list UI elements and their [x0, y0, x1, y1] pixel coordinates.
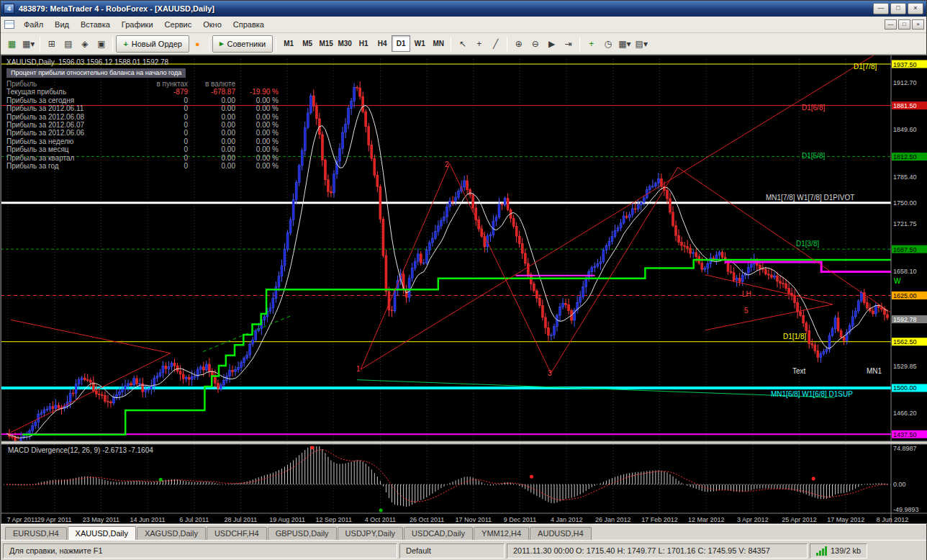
auto-scroll-button[interactable]: ▶: [543, 35, 560, 52]
app-icon: 4: [4, 4, 14, 14]
tab-usdcad-daily[interactable]: USDCAD,Daily: [404, 527, 473, 540]
chart-annotation: 3: [548, 369, 552, 377]
svg-text:1500.00: 1500.00: [893, 384, 917, 392]
tab-gbpusd-daily[interactable]: GBPUSD,Daily: [268, 527, 337, 540]
autotrading-status-icon: ●: [195, 40, 200, 48]
menu-help[interactable]: Справка: [227, 18, 270, 31]
chart-area: D1[7/8]D1[6/8]D1[5/8]MN1[7/8] W1[7/8] D1…: [1, 55, 927, 524]
close-button[interactable]: ×: [908, 3, 923, 14]
templates-button[interactable]: ▦▾: [616, 35, 633, 52]
svg-text:4 Jan 2012: 4 Jan 2012: [551, 516, 583, 523]
timeframe-m15-button[interactable]: M15: [317, 35, 335, 52]
chart-annotation: W: [894, 277, 901, 285]
tab-audusd-h4[interactable]: AUDUSD,H4: [530, 527, 592, 540]
toolbar-separator: [507, 37, 507, 51]
add-indicator-button[interactable]: +: [583, 35, 600, 52]
indicator-windows-button[interactable]: ▤▾: [633, 35, 650, 52]
svg-text:-49.9893: -49.9893: [893, 506, 919, 513]
timeframe-h4-button[interactable]: H4: [373, 35, 392, 52]
svg-text:1785.40: 1785.40: [893, 173, 917, 181]
zoom-in-button[interactable]: ⊕: [510, 35, 527, 52]
new-order-label: Новый Ордер: [132, 40, 182, 48]
new-chart-button[interactable]: ▦: [4, 35, 20, 52]
chart-tabs: EURUSD,H4XAUUSD,DailyXAGUSD,DailyUSDCHF,…: [1, 524, 926, 540]
connection-bars-icon: [816, 546, 827, 556]
toolbar-separator: [40, 37, 40, 51]
autotrading-status-button[interactable]: ●: [189, 35, 206, 52]
menu-charts[interactable]: Графики: [116, 18, 159, 31]
svg-text:1687.50: 1687.50: [893, 246, 917, 253]
svg-text:3 Apr 2012: 3 Apr 2012: [737, 516, 769, 523]
svg-text:26 Oct 2011: 26 Oct 2011: [410, 516, 444, 523]
market-watch-button[interactable]: ⊞: [43, 35, 60, 52]
svg-text:17 Nov 2011: 17 Nov 2011: [456, 516, 492, 523]
chart-shift-button[interactable]: ⇥: [560, 35, 576, 52]
line-studies-button[interactable]: ╱: [487, 35, 504, 52]
toolbar-separator: [276, 37, 276, 51]
svg-text:1592.78: 1592.78: [893, 316, 917, 323]
tab-usdchf-h4[interactable]: USDCHF,H4: [207, 527, 267, 540]
svg-text:25 Apr 2012: 25 Apr 2012: [782, 516, 817, 523]
zoom-out-button[interactable]: ⊖: [527, 35, 543, 52]
svg-text:6 Jul 2011: 6 Jul 2011: [179, 516, 209, 523]
new-order-button[interactable]: +Новый Ордер: [116, 35, 189, 53]
restore-button[interactable]: □: [890, 3, 906, 14]
svg-text:8 Jun 2012: 8 Jun 2012: [877, 516, 909, 523]
statusbar: Для справки, нажмите F1 Default 2011.11.…: [1, 540, 926, 560]
child-window-icon: [4, 20, 14, 29]
timeframe-w1-button[interactable]: W1: [410, 35, 429, 52]
tab-ymm12-h4[interactable]: YMM12,H4: [474, 527, 529, 540]
chart-annotation: MN1[7/8] W1[7/8] D1PIVOT: [766, 194, 854, 202]
expert-advisors-label: Советники: [227, 40, 266, 48]
svg-text:1881.50: 1881.50: [893, 102, 917, 109]
timeframe-d1-button[interactable]: D1: [392, 35, 410, 52]
menu-insert[interactable]: Вставка: [75, 18, 116, 31]
menu-file[interactable]: Файл: [18, 18, 49, 31]
status-connection: 139/2 kb: [810, 543, 867, 559]
menu-view[interactable]: Вид: [49, 18, 75, 31]
metatrader-window: 4 483879: MetaTrader 4 - RoboForex - [XA…: [0, 0, 927, 560]
menu-window[interactable]: Окно: [197, 18, 227, 31]
tab-xauusd-daily[interactable]: XAUUSD,Daily: [68, 526, 136, 540]
timeframe-m5-button[interactable]: M5: [298, 35, 317, 52]
child-restore-button[interactable]: □: [898, 19, 910, 30]
svg-text:1849.60: 1849.60: [893, 126, 917, 133]
crosshair-button[interactable]: +: [471, 35, 487, 52]
child-close-button[interactable]: ×: [912, 19, 924, 30]
status-help: Для справки, нажмите F1: [3, 543, 397, 559]
child-window-controls: —□×: [883, 19, 924, 30]
status-traffic: 139/2 kb: [831, 544, 861, 558]
svg-text:0.00: 0.00: [893, 481, 906, 488]
expert-advisors-button[interactable]: ▸Советники: [212, 35, 273, 53]
menu-tools[interactable]: Сервис: [159, 18, 198, 31]
svg-text:4 Oct 2011: 4 Oct 2011: [365, 516, 396, 523]
minimize-button[interactable]: —: [873, 3, 889, 14]
chart-annotation: Text: [792, 367, 806, 375]
child-minimize-button[interactable]: —: [885, 19, 897, 30]
svg-text:1625.00: 1625.00: [893, 292, 917, 299]
timeframe-m1-button[interactable]: M1: [279, 35, 298, 52]
chart-annotation: MN1[6/8] W1[6/8] D1SUP: [771, 390, 853, 398]
timeframe-h1-button[interactable]: H1: [354, 35, 373, 52]
chart-profiles-button[interactable]: ▦▾: [20, 35, 37, 52]
svg-text:1721.75: 1721.75: [893, 220, 917, 227]
chart-annotation: 5: [744, 307, 749, 315]
navigator-button[interactable]: ◈: [76, 35, 93, 52]
svg-text:7 Apr 2011: 7 Apr 2011: [7, 516, 38, 523]
timeframe-m30-button[interactable]: M30: [335, 35, 354, 52]
chart-canvas[interactable]: D1[7/8]D1[6/8]D1[5/8]MN1[7/8] W1[7/8] D1…: [1, 55, 927, 524]
cursor-button[interactable]: ↖: [454, 35, 471, 52]
tab-xagusd-daily[interactable]: XAGUSD,Daily: [137, 527, 206, 540]
data-window-button[interactable]: ▤: [60, 35, 76, 52]
status-profile[interactable]: Default: [399, 543, 505, 559]
svg-text:28 Jul 2011: 28 Jul 2011: [224, 516, 257, 523]
svg-text:26 Jan 2012: 26 Jan 2012: [595, 516, 631, 523]
chart-annotation: D1[7/8]: [854, 63, 877, 71]
svg-text:1466.20: 1466.20: [893, 410, 917, 417]
timeframe-mn-button[interactable]: MN: [429, 35, 448, 52]
period-converter-button[interactable]: ◷: [600, 35, 616, 52]
tab-eurusd-h4[interactable]: EURUSD,H4: [5, 527, 67, 540]
svg-text:23 May 2011: 23 May 2011: [83, 516, 119, 523]
tab-usdjpy-daily[interactable]: USDJPY,Daily: [338, 527, 404, 540]
terminal-button[interactable]: ▣: [93, 35, 109, 52]
